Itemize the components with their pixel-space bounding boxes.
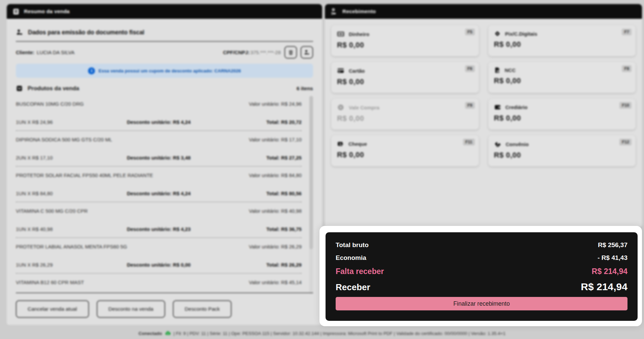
product-total: Total: R$ 20,72 [207, 119, 302, 125]
fiscal-data-title: Dados para emissão do documento fiscal [16, 20, 313, 36]
total-bruto-row: Total bruto R$ 256,37 [336, 241, 627, 249]
sale-actions-row: Cancelar venda atual Desconto na venda D… [16, 293, 313, 325]
product-unit-price: Valor unitário: R$ 40,98 [249, 208, 302, 214]
cpf-label: CPF/CNPJ: [223, 49, 250, 55]
product-discount: Desconto unitário: R$ 3,48 [110, 155, 207, 161]
pack-discount-button[interactable]: Desconto Pack [173, 300, 232, 318]
fkey-badge: F11 [463, 139, 475, 145]
cheque-icon: $ [337, 140, 344, 147]
document-check-icon [494, 67, 500, 73]
cancel-sale-button[interactable]: Cancelar venda atual [16, 300, 89, 318]
status-bar: Conectado | Fil: 9 | PDV: 11 | Série: 11… [0, 330, 644, 337]
falta-receber-value: R$ 214,94 [592, 267, 627, 276]
fkey-badge: F5 [465, 29, 475, 35]
economia-value: - R$ 41,43 [597, 254, 627, 262]
person-card-icon [304, 49, 310, 56]
payment-label: Dinheiro [349, 31, 369, 37]
sale-discount-button[interactable]: Desconto na venda [97, 300, 165, 318]
payment-label: Cartão [349, 68, 365, 74]
money-icon [337, 30, 344, 38]
product-discount: Desconto unitário: R$ 0,00 [110, 262, 207, 268]
product-qty: 2UN X R$ 17,10 [16, 155, 110, 161]
payment-tile-cartao[interactable]: Cartão F6 R$ 0,00 [331, 62, 479, 93]
economia-row: Economia - R$ 41,43 [336, 254, 627, 262]
payment-label: Convênio [506, 141, 529, 147]
totals-box: Total bruto R$ 256,37 Economia - R$ 41,4… [326, 232, 638, 321]
product-discount: Desconto unitário: R$ 4,24 [110, 191, 207, 196]
wallet-icon [494, 104, 501, 111]
hand-coin-icon [331, 8, 338, 15]
connection-status: Conectado [139, 331, 162, 336]
payment-tile-ncc[interactable]: NCC F8 R$ 0,00 [488, 62, 636, 93]
product-unit-price: Valor unitário: R$ 84,80 [249, 172, 302, 178]
product-list: BUSCOPAN 10MG C/20 DRGValor unitário: R$… [16, 95, 313, 295]
fkey-badge: F8 [622, 65, 632, 72]
product-item: PROTETOR SOLAR FACIAL FPS50 40ML PELE RA… [16, 167, 302, 202]
totals-overlay: Total bruto R$ 256,37 Economia - R$ 41,4… [319, 226, 642, 326]
product-discount: Desconto unitário: R$ 4,24 [110, 119, 207, 125]
shopping-bag-icon [16, 85, 23, 92]
product-unit-price: Valor unitário: R$ 26,29 [249, 244, 302, 249]
client-name: LUCIA DA SILVA [37, 49, 74, 55]
product-name: PROTETOR LABIAL ANASOL MENTA FPS60 5G [16, 244, 127, 249]
scrollbar-thumb[interactable] [309, 96, 313, 249]
payment-label: Crediário [505, 104, 528, 110]
items-count: 6 itens [297, 86, 313, 92]
remove-client-button[interactable] [284, 46, 297, 59]
receber-label: Receber [336, 282, 370, 293]
change-client-button[interactable] [301, 46, 313, 59]
total-bruto-label: Total bruto [336, 241, 369, 249]
payment-value: R$ 0,00 [494, 114, 630, 123]
payment-value: R$ 0,00 [337, 77, 473, 86]
product-total: Total: R$ 36,75 [207, 226, 302, 232]
panel-title: Resumo da venda [24, 8, 70, 14]
payment-label: Pix/C.Digitais [505, 31, 538, 37]
client-row: Cliente: LUCIA DA SILVA CPF/CNPJ: 375.**… [16, 46, 313, 59]
falta-receber-row: Falta receber R$ 214,94 [336, 267, 627, 276]
payment-value: R$ 0,00 [337, 114, 473, 123]
payment-label: Cheque [348, 141, 367, 147]
panel-title: Recebimento [342, 8, 376, 14]
product-qty: 1UN X R$ 24,96 [16, 119, 110, 125]
payment-methods-grid: Dinheiro F5 R$ 0,00 Pix/C.Digitais F7 R$… [331, 25, 636, 166]
products-header: Produtos da venda 6 itens [16, 85, 313, 92]
client-label: Cliente: [16, 49, 34, 55]
fkey-badge: F6 [465, 65, 475, 72]
payment-value: R$ 0,00 [494, 40, 630, 49]
product-unit-price: Valor unitário: R$ 45,14 [249, 279, 302, 285]
status-info: | Fil: 9 | PDV: 11 | Série: 11 | Ope: PE… [174, 331, 505, 336]
payment-panel-header: Recebimento [325, 4, 642, 19]
handshake-icon [494, 140, 501, 148]
product-discount: Desconto unitário: R$ 4,23 [110, 226, 207, 232]
fkey-badge: F10 [619, 102, 632, 109]
payment-value: R$ 0,00 [494, 151, 630, 160]
payment-value: R$ 0,00 [337, 150, 473, 159]
payment-tile-convenio[interactable]: Convênio F12 R$ 0,00 [488, 135, 636, 166]
payment-value: R$ 0,00 [337, 41, 473, 49]
payment-tile-dinheiro[interactable]: Dinheiro F5 R$ 0,00 [331, 25, 479, 56]
payment-tile-pix[interactable]: Pix/C.Digitais F7 R$ 0,00 [488, 25, 636, 56]
cloud-sync-icon [164, 330, 171, 337]
total-bruto-value: R$ 256,37 [598, 241, 627, 249]
product-total: Total: R$ 27,25 [207, 155, 302, 161]
product-qty: 1UN X R$ 26,29 [16, 262, 110, 268]
pix-icon [494, 30, 501, 37]
product-name: VITAMINA C 500 MG C/20 CPR [16, 208, 88, 214]
payment-tile-crediario[interactable]: Crediário F10 R$ 0,00 [488, 99, 636, 130]
product-name: VITAMINA B12 60 CPR MAST [16, 279, 84, 285]
info-icon: i [88, 67, 95, 74]
economia-label: Economia [336, 254, 366, 262]
voucher-percent-icon [337, 104, 344, 111]
finish-payment-button[interactable]: Finalizar recebimento [336, 297, 627, 310]
product-unit-price: Valor unitário: R$ 17,10 [249, 137, 302, 142]
divider [16, 41, 313, 42]
receber-row: Receber R$ 214,94 [336, 281, 627, 293]
product-item: VITAMINA C 500 MG C/20 CPRValor unitário… [16, 202, 302, 238]
coupon-banner: i Essa venda possui um cupom de desconto… [16, 64, 313, 78]
product-name: DIPIRONA SODICA 500 MG GTS C/20 ML [16, 137, 112, 142]
payment-tile-cheque[interactable]: $ Cheque F11 R$ 0,00 [331, 135, 479, 166]
payment-tile-vale-compra: Vale Compra F9 R$ 0,00 [331, 99, 479, 130]
receber-value: R$ 214,94 [581, 281, 627, 293]
product-total: Total: R$ 80,56 [207, 191, 302, 196]
svg-text:$: $ [339, 142, 341, 146]
